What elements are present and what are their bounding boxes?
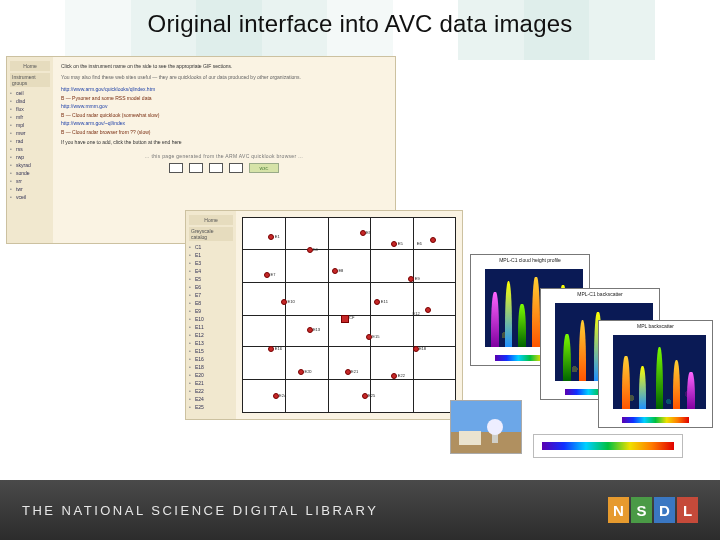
sidebar-item[interactable]: mwr: [10, 129, 50, 137]
map-site-icon[interactable]: [345, 369, 351, 375]
panel1-footer-line: … this page generated from the ARM AVC q…: [61, 153, 387, 159]
nsdl-logo: N S D L: [608, 497, 698, 523]
panel2-home[interactable]: Home: [189, 215, 233, 225]
map-site-icon[interactable]: [413, 346, 419, 352]
map-site-icon[interactable]: [391, 241, 397, 247]
colorbar-icon: [622, 417, 690, 423]
sidebar-item[interactable]: E24: [189, 395, 233, 403]
map-site-label: E3: [366, 230, 371, 235]
sidebar-item[interactable]: mfr: [10, 113, 50, 121]
sidebar-item[interactable]: vceil: [10, 193, 50, 201]
sidebar-item[interactable]: E12: [189, 331, 233, 339]
panel1-link-label: B — Cloud radar browser from ?? (slow): [61, 129, 387, 135]
map-site-label: E24: [279, 393, 286, 398]
badge-icon: [189, 163, 203, 173]
badge-icon: [169, 163, 183, 173]
badge-icon: [209, 163, 223, 173]
map-site-label: E15: [372, 334, 379, 339]
sidebar-item[interactable]: E16: [189, 355, 233, 363]
panel1-link[interactable]: http://www.mmm.gov: [61, 103, 387, 109]
map-site-icon[interactable]: [374, 299, 380, 305]
map-site-icon[interactable]: [298, 369, 304, 375]
nsdl-logo-letter: D: [654, 497, 675, 523]
map-site-label: E7: [271, 272, 276, 277]
map-site-label: E12: [413, 311, 420, 316]
panel1-intro: Click on the instrument name on the side…: [61, 63, 387, 70]
map-site-label: E18: [419, 346, 426, 351]
panel1-link-label: B — Pysoner and some RSS model data: [61, 95, 387, 101]
panel1-home[interactable]: Home: [10, 61, 50, 71]
sidebar-item[interactable]: E3: [189, 259, 233, 267]
data-plot-c: MPL backscatter: [598, 320, 713, 428]
sidebar-item[interactable]: E22: [189, 387, 233, 395]
sidebar-item[interactable]: E15: [189, 347, 233, 355]
site-map[interactable]: CF E1 E3 E4 E5 E6 E7 E8 E9 E10 E11 E12 E…: [242, 217, 456, 413]
map-site-icon[interactable]: [425, 307, 431, 313]
panel1-link[interactable]: http://www.arm.gov/quicklooks/qlindex.ht…: [61, 86, 387, 92]
sidebar-item[interactable]: flux: [10, 105, 50, 113]
slide-title: Original interface into AVC data images: [0, 10, 720, 38]
sidebar-item[interactable]: rwp: [10, 153, 50, 161]
map-site-label: E13: [313, 327, 320, 332]
sidebar-item[interactable]: E11: [189, 323, 233, 331]
sidebar-item[interactable]: E13: [189, 339, 233, 347]
sidebar-item[interactable]: E5: [189, 275, 233, 283]
nsdl-logo-letter: L: [677, 497, 698, 523]
radar-photo-thumb: [450, 400, 522, 454]
panel1-link-label: B — Cloud radar quicklook (somewhat slow…: [61, 112, 387, 118]
map-site-icon[interactable]: [264, 272, 270, 278]
sidebar-item[interactable]: mpl: [10, 121, 50, 129]
map-site-label: E4: [313, 247, 318, 252]
sidebar-item[interactable]: C1: [189, 243, 233, 251]
panel1-group-label: Instrument groups: [10, 73, 50, 87]
map-site-icon[interactable]: [273, 393, 279, 399]
sidebar-item[interactable]: rad: [10, 137, 50, 145]
sidebar-item[interactable]: skyrad: [10, 161, 50, 169]
map-site-label: E20: [304, 369, 311, 374]
panel1-badges: W3C: [61, 163, 387, 173]
map-site-icon[interactable]: [360, 230, 366, 236]
panel1-link[interactable]: http://www.arm.gov/~ql/index: [61, 120, 387, 126]
panel1-note: If you have one to add, click the button…: [61, 139, 387, 145]
nsdl-logo-letter: N: [608, 497, 629, 523]
map-site-label: E6: [417, 241, 422, 246]
standalone-colorbar: [533, 434, 683, 458]
sidebar-item[interactable]: rss: [10, 145, 50, 153]
sidebar-item[interactable]: disd: [10, 97, 50, 105]
sidebar-item[interactable]: sonde: [10, 169, 50, 177]
map-site-label: E25: [368, 393, 375, 398]
sidebar-item[interactable]: ceil: [10, 89, 50, 97]
map-site-label: E8: [338, 268, 343, 273]
panel2-sidebar: Home Greyscale catalog C1 E1 E3 E4 E5 E6…: [186, 211, 236, 419]
sidebar-item[interactable]: E21: [189, 379, 233, 387]
sidebar-item[interactable]: E20: [189, 371, 233, 379]
sidebar-item[interactable]: E7: [189, 291, 233, 299]
nsdl-logo-letter: S: [631, 497, 652, 523]
panel1-instrument-list: ceil disd flux mfr mpl mwr rad rss rwp s…: [10, 89, 50, 201]
map-central-facility-icon[interactable]: [341, 315, 349, 323]
map-site-icon[interactable]: [268, 234, 274, 240]
map-site-icon[interactable]: [307, 247, 313, 253]
sidebar-item[interactable]: E6: [189, 283, 233, 291]
panel1-subtext: You may also find these web sites useful…: [61, 74, 387, 81]
badge-validator: W3C: [249, 163, 279, 173]
sidebar-item[interactable]: E4: [189, 267, 233, 275]
panel1-sidebar: Home Instrument groups ceil disd flux mf…: [7, 57, 53, 243]
sidebar-item[interactable]: E10: [189, 315, 233, 323]
sidebar-item[interactable]: E25: [189, 403, 233, 411]
map-site-label: E21: [351, 369, 358, 374]
plot-b-title: MPL-C1 backscatter: [541, 289, 659, 297]
sidebar-item[interactable]: E9: [189, 307, 233, 315]
map-site-icon[interactable]: [332, 268, 338, 274]
sidebar-item[interactable]: E8: [189, 299, 233, 307]
map-site-icon[interactable]: [307, 327, 313, 333]
map-site-icon[interactable]: [268, 346, 274, 352]
sidebar-item[interactable]: srr: [10, 177, 50, 185]
sidebar-item[interactable]: twr: [10, 185, 50, 193]
sidebar-item[interactable]: E18: [189, 363, 233, 371]
sidebar-item[interactable]: E1: [189, 251, 233, 259]
map-site-label: E9: [415, 276, 420, 281]
map-site-icon[interactable]: [362, 393, 368, 399]
map-site-icon[interactable]: [430, 237, 436, 243]
map-site-label: E10: [288, 299, 295, 304]
